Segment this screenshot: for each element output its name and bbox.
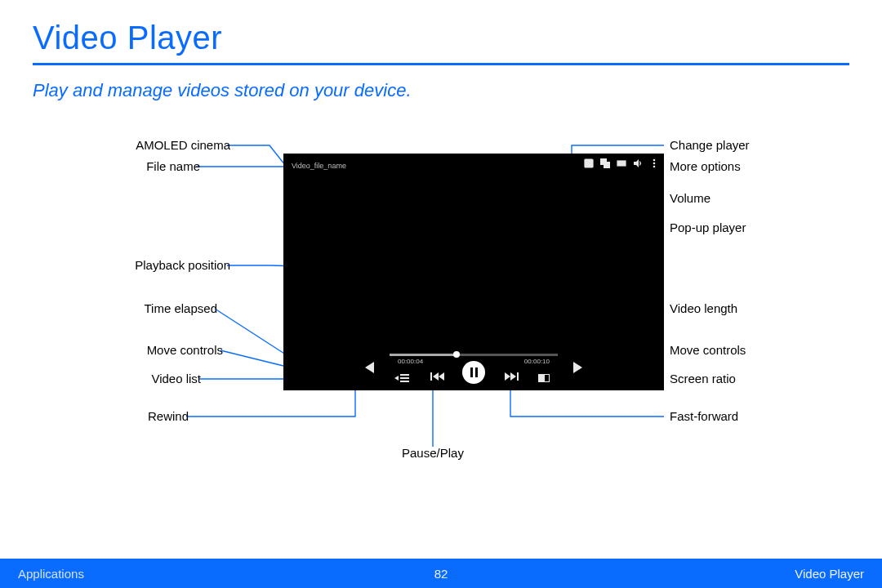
video-list-icon[interactable]: [398, 374, 409, 382]
svg-marker-13: [634, 159, 639, 167]
label-more-options: More options: [670, 159, 741, 173]
label-time-elapsed: Time elapsed: [145, 301, 218, 315]
svg-point-14: [653, 159, 656, 162]
volume-icon[interactable]: [633, 158, 643, 168]
footer-bar: Applications 82 Video Player: [0, 559, 882, 588]
svg-marker-18: [433, 372, 439, 381]
pause-icon: [470, 368, 478, 377]
label-amoled-cinema: AMOLED cinema: [136, 138, 230, 152]
label-volume: Volume: [670, 191, 710, 205]
label-pause-play: Pause/Play: [402, 446, 464, 460]
more-options-icon[interactable]: [649, 158, 659, 168]
page-title: Video Player: [33, 20, 849, 56]
amoled-cinema-icon[interactable]: [617, 158, 626, 168]
file-name-text: Video_file_name: [292, 162, 346, 170]
svg-line-1: [215, 309, 291, 358]
top-icon-bar: [584, 158, 659, 168]
seek-progress: [390, 354, 457, 356]
label-move-controls-r: Move controls: [670, 343, 746, 357]
pause-play-button[interactable]: [462, 361, 485, 384]
label-rewind: Rewind: [148, 409, 189, 423]
screen-ratio-icon[interactable]: [538, 374, 550, 382]
svg-rect-11: [604, 163, 610, 168]
label-video-list: Video list: [151, 372, 201, 385]
svg-rect-22: [517, 372, 519, 381]
svg-point-15: [653, 163, 656, 165]
label-video-length: Video length: [670, 301, 737, 315]
change-player-icon[interactable]: [584, 158, 594, 168]
svg-line-2: [220, 350, 283, 366]
svg-marker-21: [510, 372, 516, 381]
svg-rect-12: [617, 161, 626, 166]
svg-marker-19: [439, 372, 444, 381]
svg-marker-20: [505, 372, 510, 381]
rewind-icon[interactable]: [430, 370, 445, 380]
label-move-controls-l: Move controls: [147, 343, 223, 357]
popup-player-icon[interactable]: [600, 158, 610, 168]
page-subtitle: Play and manage videos stored on your de…: [33, 80, 849, 101]
label-change-player: Change player: [670, 138, 750, 152]
diagram-stage: Video_file_name 00:00:04 00:00:10: [33, 121, 849, 505]
video-player-screenshot: Video_file_name 00:00:04 00:00:10: [283, 154, 664, 390]
move-controls-right-icon[interactable]: [573, 362, 582, 373]
time-length: 00:00:10: [524, 358, 550, 365]
label-file-name: File name: [146, 159, 200, 173]
label-screen-ratio: Screen ratio: [670, 372, 736, 385]
time-elapsed: 00:00:04: [398, 358, 423, 365]
label-fast-forward: Fast-forward: [670, 409, 738, 423]
label-popup-player: Pop-up player: [670, 220, 746, 234]
seek-knob[interactable]: [453, 351, 460, 358]
title-divider: [33, 63, 849, 65]
label-playback-position: Playback position: [135, 258, 230, 272]
footer-page: 82: [0, 567, 882, 581]
svg-rect-17: [430, 372, 432, 381]
fast-forward-icon[interactable]: [504, 370, 519, 380]
svg-point-16: [653, 166, 656, 168]
seek-bar[interactable]: [390, 354, 558, 356]
move-controls-left-icon[interactable]: [365, 362, 374, 373]
